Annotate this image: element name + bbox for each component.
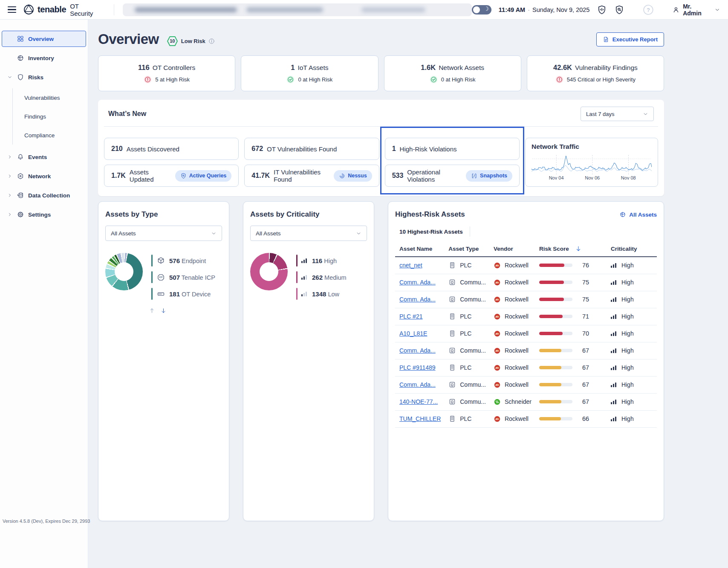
sidebar-item-vulnerabilities[interactable]: Vulnerabilities (13, 88, 88, 107)
table-row[interactable]: PLC #911489 PLC RARockwell 67 High (395, 359, 657, 376)
column-header-asset-name[interactable]: Asset Name (395, 243, 444, 257)
device-icon (156, 290, 165, 298)
stat-sub-label: 0 at High Risk (298, 76, 332, 83)
highest-risk-header: Highest-Risk Assets All Assets (395, 210, 657, 219)
table-row[interactable]: Comm. Ada... Commu... RARockwell 67 High (395, 342, 657, 359)
column-header-criticality[interactable]: Criticality (607, 243, 657, 257)
arrow-down-icon[interactable] (160, 307, 167, 314)
asset-name-link[interactable]: cnet_net (399, 262, 422, 269)
x-axis-label: Nov 06 (585, 175, 600, 180)
badge-active-queries[interactable]: Active Queries (175, 170, 232, 182)
highest-risk-title: Highest-Risk Assets (395, 210, 465, 219)
stat-sub-label: 5 at High Risk (155, 76, 190, 83)
asset-name-link[interactable]: A10_L81E (399, 330, 427, 337)
svg-text:RA: RA (496, 384, 499, 386)
all-assets-link[interactable]: All Assets (619, 211, 657, 218)
grid-icon (17, 35, 24, 43)
svg-text:RA: RA (496, 281, 499, 284)
legend-color-bar (296, 288, 298, 300)
table-row[interactable]: cnet_net PLC RARockwell 76 High (395, 257, 657, 274)
tab-10-highest-risk-assets[interactable]: 10 Highest-Risk Assets (399, 229, 463, 235)
sidebar-item-network[interactable]: Network (2, 168, 86, 184)
table-row[interactable]: A10_L81E PLC RARockwell 70 High (395, 325, 657, 342)
shield-pulse-icon[interactable] (597, 5, 607, 15)
sidebar-item-inventory[interactable]: Inventory (2, 50, 86, 66)
whats-new-card-it-vulnerabilities-found[interactable]: 41.7K IT Vulnerabilities Found Nessus (244, 165, 379, 187)
asset-name-link[interactable]: Comm. Ada... (399, 381, 436, 388)
assets-by-type-filter[interactable]: All Assets (105, 226, 222, 241)
asset-name-link[interactable]: TUM_CHILLER (399, 415, 441, 422)
stat-label: OT Controllers (153, 64, 196, 72)
sidebar-item-data-collection[interactable]: Data Collection (2, 187, 86, 203)
svg-text:RA: RA (496, 350, 499, 352)
sidebar-item-risks[interactable]: Risks (2, 69, 86, 85)
stat-card-vulnerability-findings[interactable]: 42.6KVulnerability Findings 545 Critical… (527, 55, 664, 91)
table-row[interactable]: Comm. Ada... Commu... RARockwell 67 High (395, 376, 657, 393)
svg-text:RA: RA (496, 298, 499, 301)
arrow-up-icon[interactable] (149, 307, 155, 314)
asset-name-link[interactable]: PLC #21 (399, 313, 422, 320)
badge-nessus[interactable]: Nessus (334, 170, 372, 182)
tab-row: 10 Highest-Risk Assets (395, 226, 657, 237)
whats-new-card-assets-discovered[interactable]: 210 Assets Discovered (104, 138, 239, 160)
sidebar-item-events[interactable]: Events (2, 149, 86, 165)
executive-report-button[interactable]: Executive Report (596, 32, 664, 46)
search-bar-blurred[interactable] (123, 3, 472, 16)
sort-desc-icon[interactable] (575, 245, 582, 252)
sidebar-item-label: Risks (28, 74, 43, 81)
shield-search-icon[interactable] (614, 5, 624, 15)
whats-new-card-ot-vulnerabilities-found[interactable]: 672 OT Vulnerabilities Found (244, 138, 379, 160)
table-row[interactable]: Comm. Ada... Commu... RARockwell 75 High (395, 291, 657, 308)
divider (104, 126, 658, 127)
column-header-risk-score[interactable]: Risk Score (535, 243, 607, 257)
page-title: Overview (98, 31, 159, 47)
stat-label: Vulnerability Findings (575, 64, 638, 72)
criticality-bars-icon (611, 417, 618, 421)
risk-score-bar (539, 281, 572, 284)
help-icon[interactable]: ? (643, 4, 654, 15)
criticality-bars-icon (301, 275, 308, 280)
assets-by-criticality-filter[interactable]: All Assets (250, 226, 367, 241)
asset-name-link[interactable]: Comm. Ada... (399, 347, 436, 354)
badge-snapshots[interactable]: Snapshots (466, 170, 512, 182)
theme-toggle[interactable]: ☽ (472, 5, 491, 14)
asset-name-link[interactable]: 140-NOE-77... (399, 398, 438, 405)
sidebar-item-overview[interactable]: Overview (2, 31, 86, 47)
stat-card-ot-controllers[interactable]: 116OT Controllers 5 at High Risk (98, 55, 235, 91)
menu-icon[interactable] (8, 6, 16, 13)
asset-type: Commu... (460, 381, 486, 388)
column-header-asset-type[interactable]: Asset Type (444, 243, 489, 257)
column-header-vendor[interactable]: Vendor (489, 243, 535, 257)
risk-score-bar (539, 349, 572, 352)
asset-type: PLC (460, 313, 471, 320)
user-menu[interactable]: Mr. Admin (672, 3, 720, 17)
sidebar-item-compliance[interactable]: Compliance (13, 126, 88, 145)
asset-name-link[interactable]: Comm. Ada... (399, 279, 436, 286)
sidebar-item-settings[interactable]: Settings (2, 206, 86, 223)
sidebar-item-findings[interactable]: Findings (13, 107, 88, 126)
table-row[interactable]: TUM_CHILLER PLC RARockwell 66 High (395, 410, 657, 427)
stat-card-network-assets[interactable]: 1.6KNetwork Assets 0 at High Risk (384, 55, 521, 91)
time-range-select[interactable]: Last 7 days (581, 107, 654, 121)
stat-card-iot-assets[interactable]: 1IoT Assets 0 at High Risk (241, 55, 378, 91)
criticality-bars-icon (611, 280, 618, 285)
whats-new-card-assets-updated[interactable]: 1.7K Assets Updated Active Queries (104, 165, 239, 187)
whats-new-card-high-risk-violations[interactable]: 1 High-Risk Violations (385, 138, 520, 160)
assets-by-type-title: Assets by Type (105, 210, 222, 219)
table-row[interactable]: PLC #21 PLC RARockwell 71 High (395, 308, 657, 325)
whats-new-card-operational-violations[interactable]: 533 Operational Violations Snapshots (385, 165, 520, 187)
legend-label: Endpoint (182, 258, 206, 264)
table-row[interactable]: 140-NOE-77... Commu... Schneider 67 High (395, 393, 657, 410)
card-label: High-Risk Violations (400, 145, 457, 153)
legend-item-high: 116 High (296, 255, 347, 267)
asset-name-link[interactable]: PLC #911489 (399, 364, 436, 371)
clock: 11:49 AM · Sunday, Nov 9, 2025 (499, 6, 590, 13)
info-icon[interactable] (208, 38, 215, 44)
version-text: Version 4.5.8 (Dev), Expires Dec 29, 299… (3, 519, 90, 524)
rockwell-icon: RA (494, 330, 501, 337)
whats-new-grid: 210 Assets Discovered 1.7K Assets Update… (104, 138, 658, 187)
legend-label: Tenable ICP (182, 274, 215, 281)
asset-type: Commu... (460, 279, 486, 286)
table-row[interactable]: Comm. Ada... Commu... RARockwell 75 High (395, 274, 657, 291)
asset-name-link[interactable]: Comm. Ada... (399, 296, 436, 303)
